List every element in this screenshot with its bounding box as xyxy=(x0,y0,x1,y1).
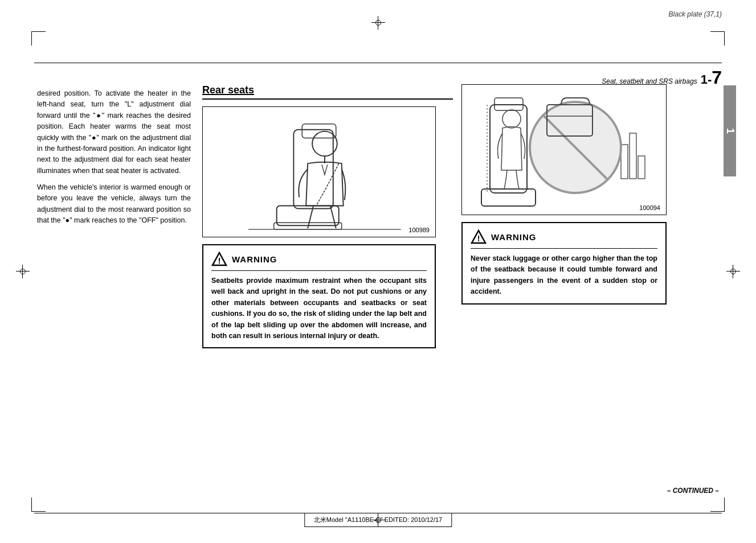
warning-text-1: Seatbelts provide maximum restraint when… xyxy=(211,275,427,342)
warning-title-1: WARNING xyxy=(232,254,277,264)
warning-triangle-icon-1: ! xyxy=(211,251,227,267)
left-column: desired position. To activate the heater… xyxy=(37,88,191,232)
corner-mark-br-h xyxy=(710,511,725,512)
fig-number-seat: 100989 xyxy=(408,227,430,233)
warning-title-2: WARNING xyxy=(491,232,537,242)
right-crosshair xyxy=(726,265,740,278)
left-para-2: When the vehicle's interior is warmed en… xyxy=(37,182,191,227)
no-luggage-illustration-box: 100094 xyxy=(461,84,667,215)
svg-rect-15 xyxy=(638,156,645,179)
svg-rect-14 xyxy=(630,133,636,179)
svg-text:!: ! xyxy=(477,234,480,243)
corner-mark-bl-v xyxy=(31,497,32,512)
corner-mark-tl-h xyxy=(31,31,46,32)
crosshair-circle xyxy=(375,20,381,26)
left-para-1: desired position. To activate the heater… xyxy=(37,88,191,176)
crosshair-circle-left xyxy=(20,269,26,274)
continued-footer: – CONTINUED – xyxy=(667,487,719,495)
svg-rect-10 xyxy=(481,189,536,206)
svg-rect-5 xyxy=(302,124,336,138)
rear-seats-title: Rear seats xyxy=(202,84,453,100)
top-crosshair xyxy=(371,16,385,30)
side-bar-marker: 1 xyxy=(724,85,736,176)
crosshair-circle-right xyxy=(730,269,736,274)
warning-header-2: ! WARNING xyxy=(471,229,657,249)
right-column: 100094 ! WARNING Never stack luggage or … xyxy=(461,84,718,305)
plate-info: Black plate (37,1) xyxy=(669,10,722,18)
seat-svg xyxy=(203,107,435,237)
warning-triangle-icon-2: ! xyxy=(471,229,487,245)
corner-mark-tl-v xyxy=(31,31,32,46)
fig-number-luggage: 100094 xyxy=(639,204,660,211)
left-crosshair xyxy=(16,265,30,278)
corner-mark-tr-v xyxy=(724,31,725,46)
warning-text-2: Never stack luggage or other cargo highe… xyxy=(471,253,657,298)
svg-text:!: ! xyxy=(218,256,221,265)
section-divider xyxy=(34,63,722,63)
no-luggage-svg xyxy=(467,88,661,212)
seat-illustration-box: 100989 xyxy=(202,106,436,237)
warning-header-1: ! WARNING xyxy=(211,251,427,271)
middle-column: Rear seats xyxy=(202,84,453,348)
side-bar-number: 1 xyxy=(724,128,736,134)
svg-point-12 xyxy=(502,110,521,128)
warning-box-1: ! WARNING Seatbelts provide maximum rest… xyxy=(202,244,436,348)
warning-box-2: ! WARNING Never stack luggage or other c… xyxy=(461,222,667,305)
corner-mark-bl-h xyxy=(31,511,46,512)
corner-mark-br-v xyxy=(724,497,725,512)
corner-mark-tr-h xyxy=(710,31,725,32)
bottom-info: 北米Model "A1110BE-C" EDITED: 2010/12/17 xyxy=(304,513,452,527)
